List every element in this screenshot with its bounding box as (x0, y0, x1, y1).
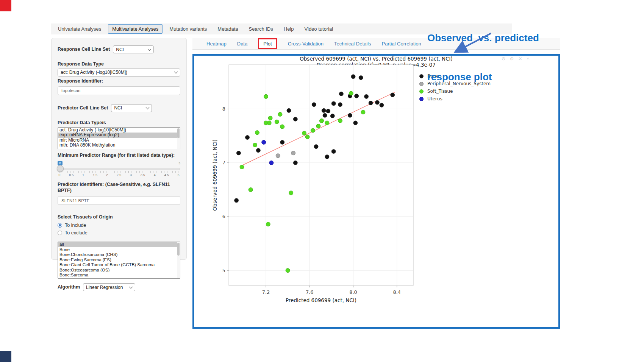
slider-tick-label: 1.5 (93, 173, 97, 177)
response-cell-line-set-select[interactable]: NCI (113, 45, 154, 53)
response-data-type-label: Response Data Type (58, 61, 180, 67)
nav-item-search-ids[interactable]: Search IDs (245, 25, 277, 33)
scatter-point-bone (326, 109, 330, 113)
scatter-point-bone (338, 103, 342, 107)
slider-tick-label: 3 (130, 173, 132, 177)
chevron-down-icon (146, 106, 150, 109)
scatter-point-peripheral_nervous_system (291, 151, 295, 155)
response-cell-line-set-label: Response Cell Line Set (58, 46, 110, 53)
radio-to-exclude[interactable]: To exclude (58, 230, 180, 236)
scatter-point-soft_tissue (253, 143, 257, 147)
scatter-point-peripheral_nervous_system (276, 154, 280, 158)
scatter-point-bone (375, 100, 379, 105)
x-tick-label: 8.4 (393, 289, 401, 295)
response-identifier-input[interactable] (58, 86, 180, 95)
radio-label: To include (65, 223, 86, 228)
slider-minor-ticks (59, 171, 179, 173)
scatter-point-soft_tissue (268, 116, 272, 120)
scatter-point-soft_tissue (255, 131, 259, 135)
scatter-point-soft_tissue (361, 110, 365, 114)
scatter-plot: 7.27.68.08.45678Predicted 609699 (act, N… (212, 64, 439, 309)
list-option[interactable]: mir: MicroRNA (58, 138, 180, 143)
nav-item-univariate-analyses[interactable]: Univariate Analyses (54, 25, 105, 33)
scatter-point-soft_tissue (264, 94, 268, 98)
scatter-point-bone (355, 94, 359, 98)
slider-tick-label: 5 (178, 173, 180, 177)
scatter-point-soft_tissue (325, 121, 329, 125)
list-option[interactable]: all (58, 242, 180, 247)
legend-dot (419, 82, 424, 86)
min-predictor-range-slider: 0 5 00.511.522.533.544.55 (58, 161, 180, 178)
list-option[interactable]: Bone:Ewing Sarcoma (ES) (58, 257, 180, 263)
slide-corner-marker-bottom (0, 351, 11, 362)
nav-item-help[interactable]: Help (280, 25, 298, 33)
scatter-point-bone (353, 121, 358, 125)
chevron-down-icon (148, 47, 152, 51)
predictor-cell-line-set-select[interactable]: NCI (111, 104, 152, 112)
scatter-point-uterus (269, 161, 274, 165)
legend-dot (419, 74, 424, 78)
tab-partial-correlation[interactable]: Partial Correlation (382, 41, 421, 47)
slider-tick-label: 1 (82, 173, 84, 177)
scatter-point-bone (256, 148, 260, 153)
slider-tick-label: 4.5 (164, 173, 169, 177)
predictor-data-types-listbox[interactable]: act: Drug Activity (-log10[IC50M])exp: m… (58, 127, 180, 149)
scatter-point-bone (280, 140, 284, 144)
scatter-point-bone (314, 145, 318, 149)
scatter-point-soft_tissue (289, 191, 293, 195)
slider-track[interactable] (58, 168, 180, 170)
list-option[interactable]: act: Drug Activity (-log10[IC50M]) (58, 128, 180, 133)
scrollbar[interactable] (177, 128, 180, 149)
list-option[interactable]: Bone:Giant Cell Tumor of Bone (GCTB) Sar… (58, 262, 180, 268)
radio-icon (58, 223, 62, 228)
scatter-point-soft_tissue (349, 91, 353, 95)
min-predictor-range-label: Minimum Predictor Range (for first liste… (58, 152, 180, 159)
tissue-listbox[interactable]: allBoneBone:Chondrosarcoma (CHS)Bone:Ewi… (58, 242, 180, 279)
scatter-point-bone (323, 113, 327, 117)
y-axis-title: Observed 609699 (act, NCI) (212, 139, 218, 211)
response-data-type-select[interactable]: act: Drug Activity (-log10[IC50M]) (58, 69, 180, 76)
tab-plot[interactable]: Plot (258, 38, 277, 49)
nav-item-metadata[interactable]: Metadata (214, 25, 242, 33)
algorithm-select[interactable]: Linear Regression (83, 283, 135, 291)
scatter-point-soft_tissue (305, 135, 309, 139)
scatter-point-soft_tissue (311, 128, 315, 133)
tab-technical-details[interactable]: Technical Details (334, 41, 371, 47)
nav-item-video-tutorial[interactable]: Video tutorial (301, 25, 337, 33)
scatter-point-bone (245, 135, 249, 139)
chevron-down-icon (174, 70, 178, 74)
scrollbar[interactable] (177, 242, 180, 278)
plot-panel (229, 65, 413, 286)
predictor-identifiers-input[interactable] (58, 196, 180, 205)
x-tick-label: 7.2 (262, 289, 270, 295)
scatter-point-bone (330, 114, 335, 118)
list-option[interactable]: Bone:Sarcoma (58, 273, 180, 278)
tissue-origin-radios: To includeTo exclude (58, 223, 180, 236)
radio-to-include[interactable]: To include (58, 223, 180, 228)
list-option[interactable]: Bone (58, 247, 180, 253)
scatter-point-bone (234, 198, 239, 203)
list-option[interactable]: exp: mRNA Expression (log2) (58, 133, 180, 138)
slider-max-label: 5 (179, 162, 180, 165)
response-identifier-label: Response Identifier: (58, 78, 180, 84)
nav-item-multivariate-analyses[interactable]: Multivariate Analyses (108, 24, 163, 34)
list-option[interactable]: Bone:Osteosarcoma (OS) (58, 268, 180, 273)
scatter-point-bone (287, 108, 291, 112)
scatter-point-bone (339, 92, 343, 96)
scatter-point-bone (348, 113, 352, 117)
slide-corner-marker-top (0, 0, 11, 11)
list-option[interactable]: Bone:Chondrosarcoma (CHS) (58, 252, 180, 257)
tab-heatmap[interactable]: Heatmap (206, 41, 227, 47)
list-option[interactable]: mth: DNA 850K Methylation (58, 143, 180, 148)
scatter-point-bone (359, 76, 363, 80)
x-tick-label: 8.0 (349, 289, 357, 295)
radio-icon (58, 231, 62, 235)
x-tick-label: 7.6 (306, 289, 314, 295)
predictor-data-types-label: Predictor Data Type/s (58, 120, 180, 126)
nav-item-mutation-variants[interactable]: Mutation variants (166, 25, 211, 33)
tab-data[interactable]: Data (237, 41, 247, 47)
list-option[interactable]: Peripheral_Nervous_System (58, 278, 180, 279)
slider-tick-label: 3.5 (141, 173, 145, 177)
tab-cross-validation[interactable]: Cross-Validation (288, 41, 324, 47)
algorithm-label: Algorithm (58, 284, 80, 290)
